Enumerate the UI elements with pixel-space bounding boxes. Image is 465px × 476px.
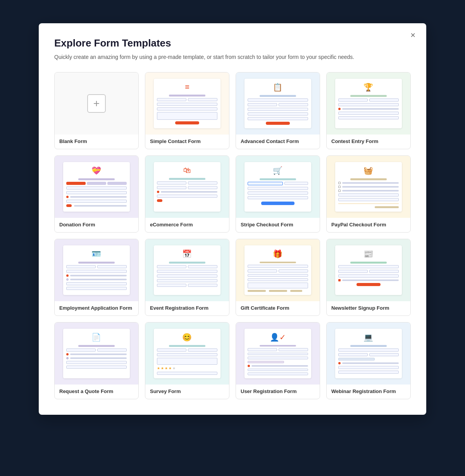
star-1: ★ — [157, 366, 160, 370]
template-label-blank: Blank Form — [55, 135, 138, 149]
heart-icon: 💝 — [91, 166, 101, 175]
templates-grid: + Blank Form ≡ — [54, 72, 411, 399]
cart-icon: 🛒 — [273, 166, 282, 175]
laptop-icon: 💻 — [363, 333, 373, 342]
template-card-simple-contact[interactable]: ≡ Simple Contact Form — [145, 72, 229, 149]
close-button[interactable]: × — [407, 29, 418, 41]
template-label-user-reg: User Registration Form — [236, 385, 320, 399]
template-label-event: Event Registration Form — [145, 301, 229, 316]
template-label-newsletter: Newsletter Signup Form — [327, 301, 410, 316]
template-card-webinar[interactable]: 💻 — [326, 322, 411, 399]
template-card-employment[interactable]: 🪪 — [54, 239, 139, 316]
smiley-icon: 😊 — [182, 333, 192, 342]
template-label-donation: Donation Form — [55, 218, 138, 232]
advanced-form-icon: 📋 — [273, 83, 282, 92]
template-label-paypal: PayPal Checkout Form — [327, 218, 410, 232]
modal-subtitle: Quickly create an amazing form by using … — [54, 53, 411, 61]
template-label-advanced-contact: Advanced Contact Form — [236, 135, 320, 149]
template-card-event[interactable]: 📅 Event — [145, 239, 229, 316]
newsletter-icon: 📰 — [363, 249, 373, 259]
modal-overlay[interactable]: × Explore Form Templates Quickly create … — [0, 0, 465, 476]
webinar-preview: 💻 — [327, 323, 410, 385]
user-check-icon: 👤✓ — [270, 333, 286, 342]
id-badge-icon: 🪪 — [91, 249, 101, 259]
template-label-survey: Survey Form — [145, 385, 229, 399]
template-card-gift[interactable]: 🎁 — [236, 239, 320, 316]
template-label-webinar: Webinar Registration Form — [327, 385, 410, 399]
template-card-user-reg[interactable]: 👤✓ — [236, 322, 320, 399]
template-card-newsletter[interactable]: 📰 Newsl — [326, 239, 411, 316]
modal: × Explore Form Templates Quickly create … — [39, 23, 426, 415]
employment-preview: 🪪 — [55, 239, 138, 301]
calendar-icon: 📅 — [182, 249, 192, 259]
template-card-ecommerce[interactable]: 🛍 — [145, 155, 229, 233]
template-card-paypal[interactable]: 🧺 — [326, 155, 411, 233]
newsletter-preview: 📰 — [327, 239, 410, 301]
modal-title: Explore Form Templates — [54, 37, 411, 49]
stripe-preview: 🛒 — [236, 156, 320, 218]
template-label-simple-contact: Simple Contact Form — [145, 135, 229, 149]
add-icon: + — [87, 94, 106, 113]
quote-doc-icon: 📄 — [91, 333, 101, 342]
simple-contact-preview: ≡ — [145, 72, 229, 135]
template-card-stripe[interactable]: 🛒 Stripe Checkout Form — [236, 155, 320, 233]
template-card-donation[interactable]: 💝 — [54, 155, 139, 233]
template-card-advanced-contact[interactable]: 📋 Advanced Contact Form — [236, 72, 320, 149]
gift-icon: 🎁 — [273, 249, 282, 259]
template-card-survey[interactable]: 😊 ★ ★ ★ ★ ★ — [145, 322, 229, 399]
form-icon: ≡ — [185, 83, 189, 91]
advanced-contact-preview: 📋 — [236, 72, 320, 135]
basket-icon: 🧺 — [363, 166, 373, 175]
contest-preview: 🏆 — [327, 72, 410, 135]
template-label-ecommerce: eCommerce Form — [145, 218, 229, 232]
ecommerce-preview: 🛍 — [145, 156, 229, 218]
trophy-icon: 🏆 — [363, 83, 373, 92]
template-label-gift: Gift Certificate Form — [236, 301, 320, 316]
gift-preview: 🎁 — [236, 239, 320, 301]
event-preview: 📅 — [145, 239, 229, 301]
template-label-contest: Contest Entry Form — [327, 135, 410, 149]
template-label-quote: Request a Quote Form — [55, 385, 138, 399]
user-reg-preview: 👤✓ — [236, 323, 320, 385]
template-card-contest[interactable]: 🏆 Conte — [326, 72, 411, 149]
template-card-quote[interactable]: 📄 — [54, 322, 139, 399]
star-4: ★ — [169, 366, 172, 370]
template-card-blank[interactable]: + Blank Form — [54, 72, 139, 149]
donation-preview: 💝 — [55, 156, 138, 218]
star-3: ★ — [165, 366, 168, 370]
paypal-preview: 🧺 — [327, 156, 410, 218]
blank-preview: + — [55, 72, 138, 135]
shopping-bag-icon: 🛍 — [183, 166, 191, 175]
quote-preview: 📄 — [55, 323, 138, 385]
star-2: ★ — [161, 366, 164, 370]
star-5: ★ — [172, 366, 176, 370]
template-label-stripe: Stripe Checkout Form — [236, 218, 320, 232]
survey-preview: 😊 ★ ★ ★ ★ ★ — [145, 323, 229, 385]
template-label-employment: Employment Application Form — [55, 301, 138, 316]
